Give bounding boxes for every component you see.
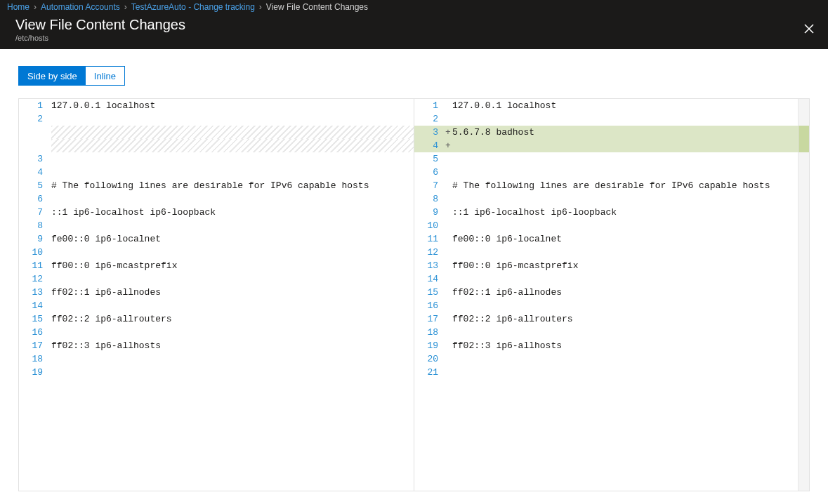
line-content xyxy=(51,126,414,139)
diff-marker xyxy=(444,259,452,272)
line-content xyxy=(452,272,798,286)
diff-row: 1127.0.0.1 localhost xyxy=(19,99,414,112)
diff-pane-modified[interactable]: 1127.0.0.1 localhost23+5.6.7.8 badhost4+… xyxy=(414,99,809,491)
line-content: 127.0.0.1 localhost xyxy=(51,99,414,112)
breadcrumb-automation-accounts[interactable]: Automation Accounts xyxy=(41,2,120,12)
line-number: 6 xyxy=(414,166,444,179)
diff-marker xyxy=(444,99,452,112)
line-number: 19 xyxy=(19,366,48,379)
breadcrumb: Home › Automation Accounts › TestAzureAu… xyxy=(0,0,828,14)
tab-inline[interactable]: Inline xyxy=(86,67,124,85)
line-content xyxy=(452,326,798,339)
line-number: 9 xyxy=(19,232,48,246)
line-number: 1 xyxy=(19,99,48,112)
line-number: 21 xyxy=(414,366,444,379)
line-number: 14 xyxy=(414,272,444,286)
chevron-right-icon: › xyxy=(34,2,37,12)
line-content xyxy=(51,326,414,339)
line-content: ff02::3 ip6-allhosts xyxy=(452,339,798,352)
chevron-right-icon: › xyxy=(259,2,262,12)
line-content xyxy=(452,246,798,259)
line-content xyxy=(51,272,414,286)
line-content xyxy=(452,152,798,166)
diff-row: 16 xyxy=(414,299,798,312)
line-number: 5 xyxy=(414,152,444,166)
diff-row: 14 xyxy=(414,272,798,286)
line-content xyxy=(452,219,798,232)
minimap[interactable] xyxy=(798,99,809,491)
line-content xyxy=(51,299,414,312)
tab-side-by-side[interactable]: Side by side xyxy=(19,67,86,85)
line-content xyxy=(51,192,414,206)
line-number: 2 xyxy=(414,112,444,126)
page-subtitle: /etc/hosts xyxy=(15,33,185,43)
line-number: 15 xyxy=(19,312,48,326)
line-number: 3 xyxy=(19,152,48,166)
line-number: 17 xyxy=(414,312,444,326)
line-number xyxy=(19,126,48,139)
diff-row: 20 xyxy=(414,352,798,366)
chevron-right-icon: › xyxy=(124,2,127,12)
line-content xyxy=(452,366,798,379)
line-content: ff00::0 ip6-mcastprefix xyxy=(51,259,414,272)
diff-row: 13ff00::0 ip6-mcastprefix xyxy=(414,259,798,272)
diff-row: 15ff02::2 ip6-allrouters xyxy=(19,312,414,326)
line-number: 1 xyxy=(414,99,444,112)
diff-marker xyxy=(444,366,452,379)
breadcrumb-home[interactable]: Home xyxy=(7,2,29,12)
diff-pane-original[interactable]: 1127.0.0.1 localhost2345# The following … xyxy=(19,99,414,491)
diff-marker xyxy=(444,299,452,312)
line-number: 12 xyxy=(19,272,48,286)
line-content xyxy=(51,112,414,126)
line-number: 10 xyxy=(414,219,444,232)
line-content xyxy=(452,166,798,179)
line-content xyxy=(51,166,414,179)
diff-row: 8 xyxy=(19,219,414,232)
line-content: # The following lines are desirable for … xyxy=(452,179,798,192)
diff-marker xyxy=(444,179,452,192)
diff-row: 16 xyxy=(19,326,414,339)
page-title: View File Content Changes xyxy=(15,16,185,33)
diff-marker xyxy=(444,232,452,246)
line-content: ff02::3 ip6-allhosts xyxy=(51,339,414,352)
diff-marker xyxy=(444,339,452,352)
line-content: ::1 ip6-localhost ip6-loopback xyxy=(452,206,798,219)
diff-row: 18 xyxy=(414,326,798,339)
diff-viewer: 1127.0.0.1 localhost2345# The following … xyxy=(18,98,810,491)
diff-row: 15ff02::1 ip6-allnodes xyxy=(414,286,798,299)
line-content xyxy=(452,192,798,206)
diff-row: 5 xyxy=(414,152,798,166)
line-number: 3 xyxy=(414,126,444,139)
line-content xyxy=(452,112,798,126)
diff-marker xyxy=(444,246,452,259)
close-button[interactable] xyxy=(800,20,818,40)
diff-marker: + xyxy=(444,139,452,152)
diff-row xyxy=(19,139,414,152)
diff-marker xyxy=(444,326,452,339)
line-number: 16 xyxy=(414,299,444,312)
line-number: 7 xyxy=(19,206,48,219)
line-content xyxy=(51,246,414,259)
diff-row: 11fe00::0 ip6-localnet xyxy=(414,232,798,246)
diff-row: 19ff02::3 ip6-allhosts xyxy=(414,339,798,352)
line-content xyxy=(51,152,414,166)
diff-marker xyxy=(444,286,452,299)
line-number: 19 xyxy=(414,339,444,352)
diff-row: 10 xyxy=(414,219,798,232)
line-number: 8 xyxy=(19,219,48,232)
diff-row: 7::1 ip6-localhost ip6-loopback xyxy=(19,206,414,219)
diff-row: 2 xyxy=(19,112,414,126)
diff-row: 17ff02::3 ip6-allhosts xyxy=(19,339,414,352)
line-number: 5 xyxy=(19,179,48,192)
line-number: 18 xyxy=(414,326,444,339)
line-content xyxy=(452,139,798,152)
line-content: ff02::1 ip6-allnodes xyxy=(51,286,414,299)
line-number xyxy=(19,139,48,152)
diff-row xyxy=(19,126,414,139)
diff-marker xyxy=(444,112,452,126)
line-content: 127.0.0.1 localhost xyxy=(452,99,798,112)
breadcrumb-resource[interactable]: TestAzureAuto - Change tracking xyxy=(131,2,255,12)
line-content: fe00::0 ip6-localnet xyxy=(51,232,414,246)
diff-row: 13ff02::1 ip6-allnodes xyxy=(19,286,414,299)
diff-marker xyxy=(444,206,452,219)
